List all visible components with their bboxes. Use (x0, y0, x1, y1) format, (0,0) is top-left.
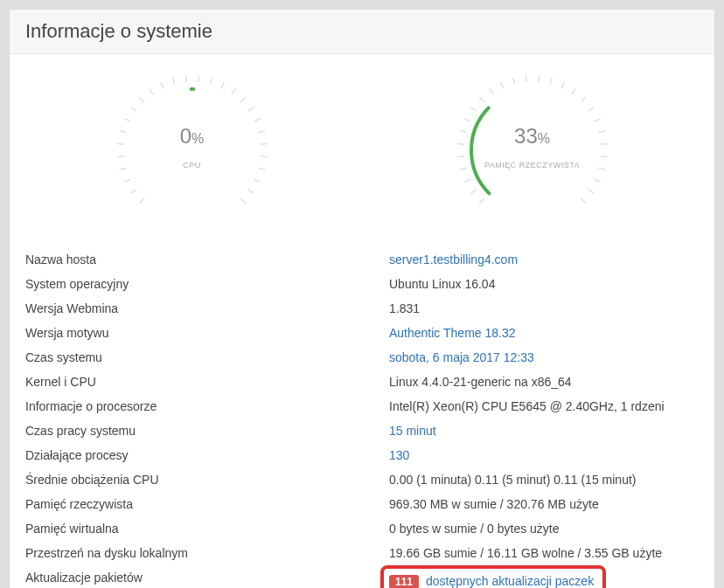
row-value: 969.30 MB w sumie / 320.76 MB użyte (389, 497, 702, 511)
row-value: 15 minut (389, 424, 702, 438)
row-value-link[interactable]: server1.testbilling4.com (389, 252, 518, 266)
svg-line-26 (247, 190, 254, 194)
svg-line-0 (139, 198, 144, 204)
row-value: Authentic Theme 18.32 (389, 326, 702, 340)
svg-line-47 (588, 107, 594, 112)
row-label: Przestrzeń na dysku lokalnym (22, 546, 389, 560)
svg-line-18 (240, 97, 246, 102)
row-value: Ubuntu Linux 16.04 (389, 277, 702, 291)
updates-link[interactable]: dostępnych aktualizacji paczek (426, 574, 594, 588)
row-label: Informacje o procesorze (22, 399, 389, 413)
svg-line-29 (470, 190, 477, 194)
updates-count-badge: 111 (389, 575, 419, 588)
row-value: 111 dostępnych aktualizacji paczek (389, 571, 702, 588)
info-row: Pamięć wirtualna0 bytes w sumie / 0 byte… (22, 516, 702, 541)
svg-line-51 (600, 156, 607, 157)
row-value: sobota, 6 maja 2017 12:33 (389, 350, 702, 364)
system-info-panel: Informacje o systemie 0% CPU 33% PAMIĘĆ … (9, 9, 715, 588)
svg-line-40 (512, 78, 514, 85)
row-value-link[interactable]: 130 (389, 448, 409, 462)
panel-title: Informacje o systemie (10, 10, 714, 54)
svg-line-7 (124, 119, 130, 121)
svg-line-9 (139, 97, 144, 102)
svg-line-14 (198, 75, 198, 82)
row-value: 0 bytes w sumie / 0 bytes użyte (389, 522, 702, 536)
svg-line-8 (130, 107, 136, 112)
row-value: 19.66 GB sumie / 16.11 GB wolne / 3.55 G… (389, 546, 702, 560)
info-row: Nazwa hostaserver1.testbilling4.com (22, 247, 702, 272)
svg-line-36 (470, 107, 477, 112)
svg-line-15 (210, 78, 212, 85)
row-label: Wersja motywu (22, 326, 389, 340)
info-row: Działające procesy130 (22, 443, 702, 467)
row-label: Aktualizacje pakietów (22, 571, 389, 588)
row-label: Pamięć rzeczywista (22, 497, 389, 511)
row-label: Nazwa hosta (22, 252, 389, 266)
row-label: System operacyjny (22, 277, 389, 291)
svg-line-17 (231, 89, 235, 95)
svg-line-37 (479, 97, 484, 102)
info-row: System operacyjnyUbuntu Linux 16.04 (22, 272, 702, 296)
info-row: Informacje o procesorzeIntel(R) Xeon(R) … (22, 394, 702, 419)
row-value-link[interactable]: sobota, 6 maja 2017 12:33 (389, 350, 534, 364)
memory-gauge-label: PAMIĘĆ RZECZYWISTA (445, 161, 620, 169)
svg-line-12 (172, 78, 174, 85)
cpu-gauge-svg (105, 72, 280, 229)
row-label: Kernel i CPU (22, 375, 389, 389)
svg-line-43 (550, 78, 552, 85)
svg-line-30 (464, 179, 470, 182)
updates-highlight: 111 dostępnych aktualizacji paczek (380, 565, 606, 588)
row-value: 1.831 (389, 301, 702, 315)
svg-line-23 (260, 156, 267, 157)
info-table: Nazwa hostaserver1.testbilling4.comSyste… (22, 247, 702, 565)
svg-line-35 (464, 119, 470, 121)
memory-gauge: 33% PAMIĘĆ RZECZYWISTA (445, 72, 620, 232)
info-row: Kernel i CPULinux 4.4.0-21-generic na x8… (22, 370, 702, 394)
row-label: Wersja Webmina (22, 301, 389, 315)
memory-gauge-value: 33% (445, 124, 620, 149)
cpu-gauge-label: CPU (105, 161, 280, 169)
row-value-link[interactable]: Authentic Theme 18.32 (389, 326, 516, 340)
svg-line-44 (560, 82, 563, 88)
row-value: 130 (389, 448, 702, 462)
svg-line-39 (500, 82, 503, 88)
info-row: Czas pracy systemu15 minut (22, 419, 702, 443)
svg-line-28 (479, 198, 484, 204)
row-value: Linux 4.4.0-21-generic na x86_64 (389, 375, 702, 389)
info-row: Średnie obciążenia CPU0.00 (1 minuta) 0.… (22, 467, 702, 492)
package-updates-row: Aktualizacje pakietów 111 dostępnych akt… (22, 565, 702, 588)
panel-body: 0% CPU 33% PAMIĘĆ RZECZYWISTA Nazwa host… (10, 54, 714, 588)
row-label: Działające procesy (22, 448, 389, 462)
svg-line-46 (581, 97, 586, 102)
svg-line-53 (594, 179, 600, 182)
row-value: 0.00 (1 minuta) 0.11 (5 minut) 0.11 (15 … (389, 473, 702, 487)
svg-line-55 (581, 198, 586, 204)
row-value-link[interactable]: 15 minut (389, 424, 436, 438)
svg-line-19 (247, 107, 254, 112)
info-row: Wersja Webmina1.831 (22, 296, 702, 321)
row-label: Średnie obciążenia CPU (22, 473, 389, 487)
memory-gauge-svg (445, 72, 620, 229)
svg-line-54 (588, 190, 594, 194)
row-value: server1.testbilling4.com (389, 252, 702, 266)
svg-line-27 (240, 198, 246, 204)
svg-line-25 (254, 179, 260, 182)
svg-line-20 (254, 119, 260, 121)
info-row: Czas systemusobota, 6 maja 2017 12:33 (22, 345, 702, 370)
info-row: Pamięć rzeczywista969.30 MB w sumie / 32… (22, 492, 702, 516)
info-row: Przestrzeń na dysku lokalnym19.66 GB sum… (22, 541, 702, 565)
svg-line-16 (220, 82, 223, 88)
svg-line-48 (594, 119, 600, 121)
svg-line-1 (130, 190, 136, 194)
row-label: Czas pracy systemu (22, 424, 389, 438)
cpu-gauge: 0% CPU (105, 72, 280, 232)
svg-line-32 (457, 156, 464, 157)
svg-line-41 (526, 75, 526, 82)
svg-line-42 (538, 75, 539, 82)
cpu-gauge-value: 0% (105, 124, 280, 149)
gauges-row: 0% CPU 33% PAMIĘĆ RZECZYWISTA (22, 72, 702, 232)
row-label: Pamięć wirtualna (22, 522, 389, 536)
row-label: Czas systemu (22, 350, 389, 364)
svg-line-10 (149, 89, 153, 95)
svg-line-11 (160, 82, 163, 88)
